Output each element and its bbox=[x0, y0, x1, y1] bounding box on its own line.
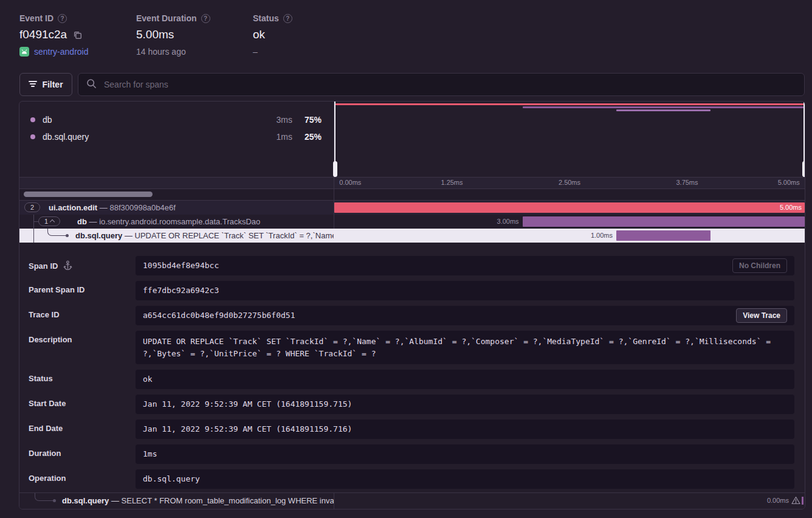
anchor-icon[interactable] bbox=[63, 260, 72, 272]
span-op: ui.action.edit bbox=[49, 203, 97, 212]
status-label: Status bbox=[253, 13, 279, 23]
detail-row: Trace ID a654cc61dc0b48ef9d0b27275b6f0d5… bbox=[29, 306, 794, 325]
op-percent: 75% bbox=[292, 115, 322, 125]
tree-scrollbar-thumb[interactable] bbox=[24, 192, 153, 197]
ops-breakdown-legend: db 3ms 75% db.sql.query 1ms 25% bbox=[19, 102, 334, 177]
op-color-dot bbox=[30, 134, 35, 139]
span-row-ui-action-edit[interactable]: 2 ui.action.edit — 88f300998a0b4e6f 5.00… bbox=[19, 201, 805, 215]
span-op: db.sql.query bbox=[62, 496, 109, 505]
span-description: SELECT * FROM room_table_modification_lo… bbox=[122, 496, 334, 505]
span-row-db-sql-query-select[interactable]: db.sql.query — SELECT * FROM room_table_… bbox=[19, 492, 805, 509]
separator: — bbox=[111, 496, 119, 505]
chevron-up-icon bbox=[50, 219, 55, 224]
span-description: 88f300998a0b4e6f bbox=[109, 203, 175, 212]
help-icon[interactable]: ? bbox=[58, 14, 67, 23]
detail-value: a654cc61dc0b48ef9d0b27275b6f0d51 bbox=[143, 309, 728, 322]
event-id-label: Event ID bbox=[19, 13, 53, 23]
span-description: io.sentry.android.roomsample.data.Tracks… bbox=[99, 217, 260, 226]
trace-view-panel: db 3ms 75% db.sql.query 1ms 25% bbox=[19, 101, 805, 509]
detail-value: 1ms bbox=[143, 448, 787, 460]
op-name: db.sql.query bbox=[43, 132, 261, 142]
event-duration-field: Event Duration ? 5.00ms 14 hours ago bbox=[136, 13, 210, 57]
detail-value: ffe7dbc92a6942c3 bbox=[143, 285, 787, 297]
detail-value-box: db.sql.query bbox=[136, 469, 794, 489]
axis-tick-label: 3.75ms bbox=[676, 179, 698, 186]
leaf-dot bbox=[53, 499, 56, 502]
detail-value-box: Jan 11, 2022 9:52:39 AM CET (1641891159.… bbox=[136, 395, 794, 414]
project-platform-icon bbox=[19, 47, 29, 57]
event-duration-label: Event Duration bbox=[136, 13, 197, 23]
detail-label: Duration bbox=[29, 449, 61, 458]
axis-tick-label: 5.00ms bbox=[778, 179, 800, 186]
event-age: 14 hours ago bbox=[136, 47, 186, 57]
children-count-pill[interactable]: 2 bbox=[24, 202, 40, 212]
warning-icon bbox=[791, 496, 800, 507]
trace-minimap[interactable] bbox=[334, 102, 805, 177]
minimap-span-bar bbox=[523, 106, 803, 108]
span-row-db[interactable]: 1 db — io.sentry.android.roomsample.data… bbox=[19, 215, 805, 229]
detail-label: Span ID bbox=[29, 261, 58, 271]
axis-tick-label: 0.00ms bbox=[339, 179, 361, 186]
span-duration-label: 3.00ms bbox=[489, 215, 519, 229]
detail-label: Operation bbox=[29, 474, 66, 483]
detail-value-box: 1ms bbox=[136, 444, 794, 464]
detail-label: Parent Span ID bbox=[29, 285, 84, 294]
children-count-pill[interactable]: 1 bbox=[38, 216, 60, 226]
tree-scrollbar-track bbox=[19, 189, 805, 201]
detail-row: Parent Span ID ffe7dbc92a6942c3 bbox=[29, 281, 794, 300]
detail-label: End Date bbox=[29, 424, 63, 433]
span-duration-label: 5.00ms bbox=[780, 201, 802, 215]
event-id-value: f0491c2a bbox=[19, 28, 67, 41]
op-color-dot bbox=[30, 117, 35, 122]
detail-row: Span ID bbox=[29, 256, 794, 275]
span-row-db-sql-query-selected[interactable]: db.sql.query — UPDATE OR REPLACE `Track`… bbox=[19, 229, 805, 243]
detail-value-box: 1095bd4ef8e94bcc No Children bbox=[136, 256, 794, 275]
axis-tick-label: 2.50ms bbox=[559, 179, 580, 186]
time-axis: 0.00ms 1.25ms 2.50ms 3.75ms 5.00ms bbox=[19, 177, 805, 189]
detail-value: ok bbox=[143, 373, 787, 385]
detail-value: Jan 11, 2022 9:52:39 AM CET (1641891159.… bbox=[143, 423, 787, 435]
span-op: db bbox=[77, 217, 87, 226]
span-duration-bar bbox=[523, 216, 805, 227]
span-duration-bar bbox=[616, 230, 710, 241]
detail-value-box: Jan 11, 2022 9:52:39 AM CET (1641891159.… bbox=[136, 420, 794, 439]
detail-value-box: UPDATE OR REPLACE `Track` SET `TrackId` … bbox=[136, 331, 794, 364]
minimap-left-handle[interactable] bbox=[334, 102, 335, 177]
span-description: UPDATE OR REPLACE `Track` SET `TrackId` … bbox=[135, 231, 334, 240]
detail-value-box: ffe7dbc92a6942c3 bbox=[136, 281, 794, 300]
detail-label: Status bbox=[29, 374, 53, 383]
detail-value: 1095bd4ef8e94bcc bbox=[143, 260, 724, 272]
separator: — bbox=[100, 203, 108, 212]
event-duration-value: 5.00ms bbox=[136, 28, 174, 41]
detail-value: db.sql.query bbox=[143, 473, 787, 485]
separator: — bbox=[89, 217, 97, 226]
detail-value: UPDATE OR REPLACE `Track` SET `TrackId` … bbox=[143, 336, 787, 359]
legend-row: db 3ms 75% bbox=[19, 111, 334, 128]
detail-row: Operation db.sql.query bbox=[29, 469, 794, 489]
op-percent: 25% bbox=[292, 132, 322, 142]
span-op: db.sql.query bbox=[75, 231, 122, 240]
op-duration: 1ms bbox=[261, 132, 292, 142]
op-duration: 3ms bbox=[261, 115, 292, 125]
copy-icon[interactable] bbox=[72, 30, 83, 40]
minimap-right-handle[interactable] bbox=[803, 102, 805, 177]
filter-button[interactable]: Filter bbox=[19, 73, 72, 96]
search-input[interactable] bbox=[103, 79, 796, 90]
status-field: Status ? ok – bbox=[253, 13, 292, 57]
zero-duration-bar bbox=[802, 497, 803, 505]
minimap-span-bar bbox=[335, 103, 803, 105]
legend-row: db.sql.query 1ms 25% bbox=[19, 128, 334, 145]
span-duration-label: 0.00ms bbox=[767, 493, 789, 508]
project-link[interactable]: sentry-android bbox=[34, 47, 89, 57]
view-trace-button[interactable]: View Trace bbox=[736, 308, 787, 323]
span-tree: 2 ui.action.edit — 88f300998a0b4e6f 5.00… bbox=[19, 201, 805, 243]
detail-value-box: ok bbox=[136, 370, 794, 389]
span-search bbox=[78, 73, 805, 96]
detail-label: Trace ID bbox=[29, 310, 60, 319]
span-duration-bar bbox=[334, 202, 805, 213]
search-icon bbox=[86, 78, 97, 91]
help-icon[interactable]: ? bbox=[201, 14, 210, 23]
help-icon[interactable]: ? bbox=[283, 14, 292, 23]
detail-row: Duration 1ms bbox=[29, 444, 794, 464]
detail-row: End Date Jan 11, 2022 9:52:39 AM CET (16… bbox=[29, 420, 794, 439]
